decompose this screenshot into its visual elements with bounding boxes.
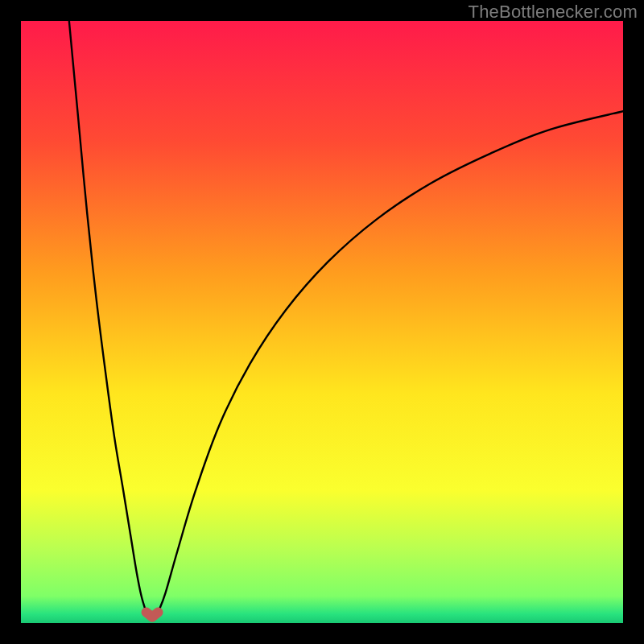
gradient-background	[21, 21, 623, 623]
watermark-text: TheBottlenecker.com	[469, 2, 638, 23]
plot-area	[21, 21, 623, 623]
chart-svg	[21, 21, 623, 623]
chart-frame: TheBottlenecker.com	[0, 0, 644, 644]
minimum-marker	[147, 613, 159, 617]
